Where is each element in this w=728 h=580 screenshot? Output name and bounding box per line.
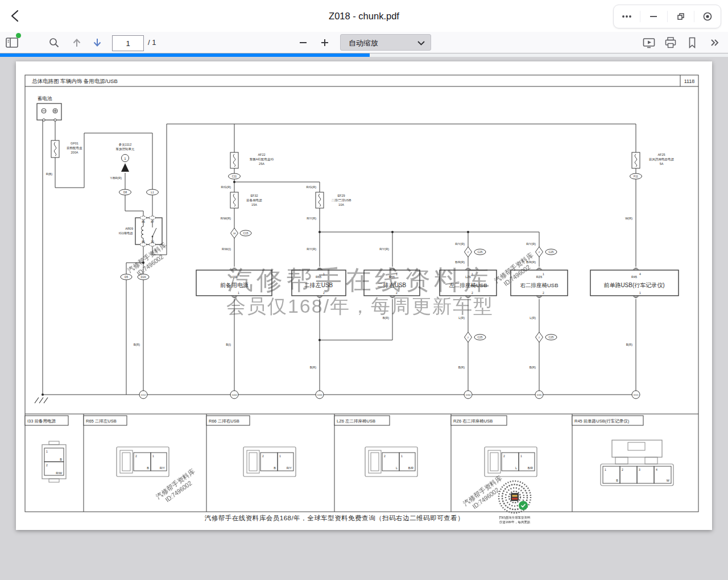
wire-label: W(R) xyxy=(625,217,632,220)
presentation-mode-button[interactable] xyxy=(642,35,656,50)
pin-number: 2 xyxy=(135,454,137,458)
zoom-mode-select[interactable]: 自动缩放 xyxy=(340,34,431,51)
wire-label: B(I) xyxy=(226,343,231,346)
next-page-button[interactable] xyxy=(90,35,105,50)
titlebar-controls xyxy=(613,5,721,28)
presentation-icon xyxy=(643,37,655,48)
ground-tag: G335 xyxy=(537,394,542,396)
more-options-button[interactable] xyxy=(614,5,640,28)
component-box-r45: R45 前单路USB(行车记录仪) 4 1 xyxy=(590,270,679,296)
stamp-logo xyxy=(511,493,519,501)
bcm-name-label: 车身控制单元 xyxy=(116,147,135,151)
restore-window-button[interactable] xyxy=(668,5,694,28)
arrow-down-icon xyxy=(92,37,103,48)
record-button[interactable] xyxy=(694,5,721,28)
pin-number: 1 xyxy=(279,454,281,458)
previous-page-button[interactable] xyxy=(69,35,84,50)
box-id: RZ6 xyxy=(536,275,542,279)
zoom-in-button[interactable] xyxy=(317,35,332,50)
watermark-text: 汽修帮手在线资料库 xyxy=(227,265,493,295)
wire-label: R/G(R) xyxy=(307,185,317,189)
wire-label: B/R(R) xyxy=(455,260,465,264)
fuse-rating: 15A xyxy=(251,203,257,206)
chassis-ground-icon xyxy=(35,397,48,403)
pin-wire: B xyxy=(274,466,276,470)
fuse-rating: 10A xyxy=(338,203,344,206)
wire-label: B(R) xyxy=(458,366,465,369)
find-button[interactable] xyxy=(47,35,61,50)
pin-number: 1 xyxy=(520,454,522,458)
pdf-page: 总体电路图 车辆内饰 备用电源/USB 1118 xyxy=(16,61,712,530)
ground-tag: G152 xyxy=(141,394,146,396)
qr-stamp: 扫码查询全球车型资料 仅需168/年，每周更新 xyxy=(499,481,531,524)
connector-tag: C25 xyxy=(549,251,554,254)
bcm-ref-label: 参见1112 xyxy=(119,143,131,146)
fuse-name: 前风挡用电器电源 xyxy=(649,158,675,161)
panel-label: R45 前单路USB(行车记录仪) xyxy=(574,419,630,424)
relay-pin: 85 xyxy=(142,221,145,223)
sheet-page-number: 1118 xyxy=(684,78,695,84)
fuse-gf01: GF01 前舱配电盒 200A R(B) xyxy=(46,140,83,176)
connector-face-r65: 2 B 1 R/Y xyxy=(117,447,169,477)
pin-wire: R/W xyxy=(56,471,63,475)
pin-number: 1 xyxy=(46,450,48,453)
watermark-text: 会员仅168/年，每周更新车型 xyxy=(226,295,494,317)
pin-wire: B xyxy=(60,458,62,461)
inline-pin: 18 xyxy=(233,232,236,235)
printer-icon xyxy=(664,37,677,48)
wire-label: R/Y(R) xyxy=(307,247,316,251)
bookmark-button[interactable] xyxy=(685,35,700,50)
box-id: R45 xyxy=(631,275,637,279)
bcm-reference: 参见1112 车身控制单元 1 Y/BR(R) xyxy=(110,143,135,180)
battery-label: 蓄电池 xyxy=(37,96,52,101)
fuse-id: AF25 xyxy=(657,153,665,156)
pdf-toolbar: / 1 自动缩放 xyxy=(0,32,728,53)
fuse-name: 前舱配电盒 xyxy=(67,146,82,150)
circle-dot-icon xyxy=(702,11,713,22)
ground-tag: G515 xyxy=(634,394,639,396)
connector-face-lz6: 2 L 1 B/R xyxy=(365,447,417,477)
zoom-out-button[interactable] xyxy=(296,35,311,50)
minus-icon xyxy=(299,38,308,47)
chevron-down-icon xyxy=(417,41,425,45)
verified-badge-icon xyxy=(519,501,528,510)
ground-tag: G333 xyxy=(317,394,322,396)
wire-label: R/W(I) xyxy=(222,247,231,251)
panel-label: R65 二排左USB xyxy=(86,419,117,424)
fuse-ef29: EF29 二排/三排USB 10A R/Y(R) xyxy=(307,192,351,220)
connector-tag: D8 xyxy=(123,191,127,194)
fuse-name: 前备用电源 xyxy=(246,198,262,202)
connector-tag: F11 xyxy=(634,175,638,178)
fuse-id: GF01 xyxy=(71,142,78,145)
arrow-up-solid-icon xyxy=(121,163,129,172)
fuse-af25: AF25 前风挡用电器电源 5A W(R) xyxy=(625,152,674,220)
double-chevron-icon xyxy=(710,38,720,47)
panel-labels: I33 前备用电源 R65 二排左USB R66 二排右USB LZ6 左二排座… xyxy=(25,416,643,425)
minimize-button[interactable] xyxy=(640,5,667,28)
connector-face-i33: 1 B 2 R/W xyxy=(42,441,66,482)
connector-tag: D5 xyxy=(125,276,128,279)
ellipsis-icon xyxy=(621,11,632,22)
panel-label: RZ6 右二排座椅USB xyxy=(453,419,493,424)
wire-label: R/Y(R) xyxy=(307,217,316,220)
pin-wire: L xyxy=(396,466,398,470)
connector-tag: C25 xyxy=(478,336,483,339)
ground-tag: G334 xyxy=(466,394,471,396)
pdf-viewer-area[interactable]: 总体电路图 车辆内饰 备用电源/USB 1118 xyxy=(0,57,728,580)
connector-tag: C25 xyxy=(478,251,483,254)
pin-number: 2 xyxy=(503,454,505,458)
print-button[interactable] xyxy=(663,35,678,50)
fuse-name: 车侧A柱配电盒IG xyxy=(250,158,274,161)
wire-label: B(R) xyxy=(626,343,632,346)
fuse-id: AF22 xyxy=(258,153,265,156)
fuse-id: EF29 xyxy=(337,194,345,197)
box-pin: 1 xyxy=(639,291,641,295)
page-number-input[interactable] xyxy=(112,35,144,51)
pin-number: 2 xyxy=(622,468,623,471)
relay-id: AR09 xyxy=(125,227,133,230)
wire-label: B(R) xyxy=(530,366,536,369)
more-tools-button[interactable] xyxy=(708,35,722,50)
sidebar-toggle-button[interactable] xyxy=(5,35,19,50)
panel-label: I33 前备用电源 xyxy=(27,419,56,424)
wires xyxy=(43,120,636,395)
